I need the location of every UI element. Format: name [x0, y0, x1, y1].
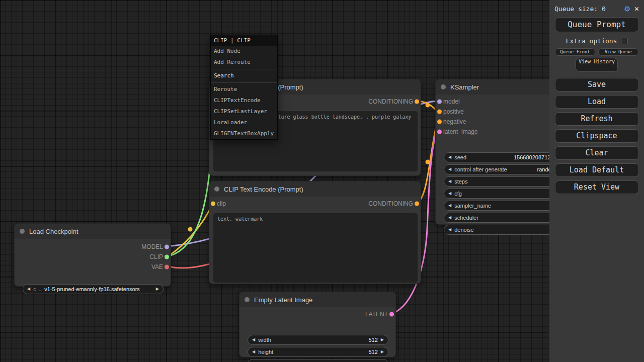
output-row-latent: LATENT: [239, 309, 395, 319]
node-title-bar[interactable]: Empty Latent Image: [239, 292, 395, 307]
output-row-vae: VAE: [15, 262, 171, 272]
wire-midpoint-dot: [426, 160, 430, 164]
menu-separator: [211, 69, 277, 69]
node-title: CLIP Text Encode (Prompt): [224, 186, 303, 193]
menu-item-clipsetlastlayer[interactable]: CLIPSetLastLayer: [211, 106, 277, 117]
decrement-arrow-icon[interactable]: ◀: [252, 350, 255, 354]
menu-item-search[interactable]: Search: [211, 70, 277, 81]
node-title-bar[interactable]: CLIP Text Encode (Prompt): [209, 182, 421, 197]
input-port-latent-image[interactable]: [437, 130, 442, 134]
increment-arrow-icon[interactable]: ▶: [381, 338, 384, 342]
node-title: KSampler: [450, 83, 479, 91]
input-port-negative[interactable]: [437, 120, 442, 124]
context-menu: CLIP | CLIP Add Node Add Reroute Search …: [210, 35, 278, 140]
output-port-vae[interactable]: [165, 265, 169, 269]
queue-front-button[interactable]: Queue Front: [555, 48, 595, 56]
collapse-dot-icon[interactable]: [245, 297, 250, 302]
decrement-arrow-icon[interactable]: ◀: [252, 338, 255, 342]
wire-clip-to-negative-prompt: [168, 203, 213, 256]
input-port-positive[interactable]: [437, 110, 442, 114]
context-menu-title: CLIP | CLIP: [211, 35, 277, 46]
reset-view-button[interactable]: Reset View: [555, 180, 639, 194]
refresh-button[interactable]: Refresh: [555, 112, 639, 126]
collapse-dot-icon[interactable]: [214, 187, 219, 192]
increment-arrow-icon[interactable]: ▶: [156, 287, 159, 291]
widget-label: scheduler: [454, 215, 478, 221]
node-empty-latent-image[interactable]: Empty Latent Image LATENT ◀ width 512 ▶ …: [239, 292, 396, 357]
widget-label: control after generate: [454, 166, 507, 172]
input-port-model[interactable]: [437, 100, 442, 104]
view-queue-button[interactable]: View Queue: [598, 48, 638, 56]
wire-midpoint-dot: [188, 227, 193, 232]
prompt-textarea[interactable]: text, watermark: [213, 213, 418, 283]
width-widget[interactable]: ◀ width 512 ▶: [248, 335, 388, 345]
widget-label: width: [258, 337, 271, 343]
slot-row: clip CONDITIONING: [209, 199, 421, 209]
output-port-model[interactable]: [165, 245, 169, 249]
close-icon[interactable]: ✕: [634, 5, 639, 13]
output-port-conditioning[interactable]: [415, 100, 419, 104]
decrement-arrow-icon[interactable]: ◀: [448, 216, 451, 220]
output-label: CONDITIONING: [368, 200, 421, 207]
output-row-model: MODEL: [15, 242, 171, 252]
decrement-arrow-icon[interactable]: ◀: [448, 155, 451, 159]
save-button[interactable]: Save: [555, 78, 639, 92]
widget-label: sampler_name: [454, 203, 491, 209]
queue-size-label: Queue size: 0: [554, 5, 606, 13]
widget-value: 512: [368, 349, 377, 355]
sidebar-menu: Queue size: 0 ⚙ ✕ Queue Prompt Extra opt…: [549, 0, 644, 362]
output-row-clip: CLIP: [15, 252, 171, 262]
clipspace-button[interactable]: Clipspace: [555, 129, 639, 143]
increment-arrow-icon[interactable]: ▶: [381, 350, 384, 354]
decrement-arrow-icon[interactable]: ◀: [448, 204, 451, 208]
decrement-arrow-icon[interactable]: ◀: [448, 167, 451, 171]
extra-options-checkbox[interactable]: [621, 38, 627, 44]
node-canvas[interactable]: Load Checkpoint MODEL CLIP VAE ◀ c ... v…: [0, 0, 644, 362]
menu-item-loraloader[interactable]: LoraLoader: [211, 117, 277, 128]
output-port-clip[interactable]: [165, 255, 169, 259]
load-button[interactable]: Load: [555, 95, 639, 109]
collapse-dot-icon[interactable]: [20, 229, 25, 234]
decrement-arrow-icon[interactable]: ◀: [27, 287, 30, 291]
widget-label: seed: [454, 154, 466, 160]
menu-item-cliptextencode[interactable]: CLIPTextEncode: [211, 95, 277, 106]
widget-label: denoise: [454, 227, 474, 233]
menu-item-reroute[interactable]: Reroute: [211, 84, 277, 95]
widget-label: cfg: [454, 191, 462, 197]
output-port-conditioning[interactable]: [415, 202, 419, 206]
queue-prompt-button[interactable]: Queue Prompt: [555, 17, 639, 32]
output-port-latent[interactable]: [389, 312, 394, 317]
batch-size-widget[interactable]: ◀ batch_size 1 ▶: [248, 359, 388, 362]
clear-button[interactable]: Clear: [555, 146, 639, 160]
decrement-arrow-icon[interactable]: ◀: [448, 228, 451, 232]
widget-label: c ...: [33, 287, 41, 292]
widget-value: 512: [368, 337, 377, 343]
decrement-arrow-icon[interactable]: ◀: [448, 192, 451, 196]
menu-item-add-reroute[interactable]: Add Reroute: [211, 57, 277, 68]
node-title: Empty Latent Image: [254, 296, 312, 304]
wire-midpoint-dot: [426, 103, 430, 108]
wire-clip-to-positive-prompt: [168, 101, 213, 256]
settings-gear-icon[interactable]: ⚙: [624, 4, 630, 13]
node-load-checkpoint[interactable]: Load Checkpoint MODEL CLIP VAE ◀ c ... v…: [14, 223, 171, 287]
menu-item-add-node[interactable]: Add Node: [211, 46, 277, 57]
collapse-dot-icon[interactable]: [441, 84, 446, 89]
load-default-button[interactable]: Load Default: [555, 163, 639, 177]
input-port-clip[interactable]: [211, 202, 215, 206]
decrement-arrow-icon[interactable]: ◀: [448, 179, 451, 184]
node-clip-text-encode-negative[interactable]: CLIP Text Encode (Prompt) clip CONDITION…: [209, 181, 421, 284]
ckpt-name-widget[interactable]: ◀ c ... v1-5-pruned-emaonly-fp16.safeten…: [23, 284, 164, 294]
height-widget[interactable]: ◀ height 512 ▶: [248, 347, 388, 357]
extra-options-label: Extra options: [566, 37, 617, 45]
widget-label: steps: [454, 178, 467, 185]
input-label: latent_image: [436, 128, 478, 135]
node-title-bar[interactable]: Load Checkpoint: [15, 224, 171, 239]
widget-value: v1-5-pruned-emaonly-fp16.safetensors: [44, 286, 140, 292]
output-label: CONDITIONING: [368, 98, 421, 105]
node-title: Load Checkpoint: [29, 228, 78, 235]
widget-label: height: [258, 349, 273, 355]
menu-item-gligentextboxapply[interactable]: GLIGENTextBoxApply: [211, 128, 277, 139]
view-history-button[interactable]: View History: [576, 58, 618, 72]
menu-separator: [211, 82, 277, 83]
